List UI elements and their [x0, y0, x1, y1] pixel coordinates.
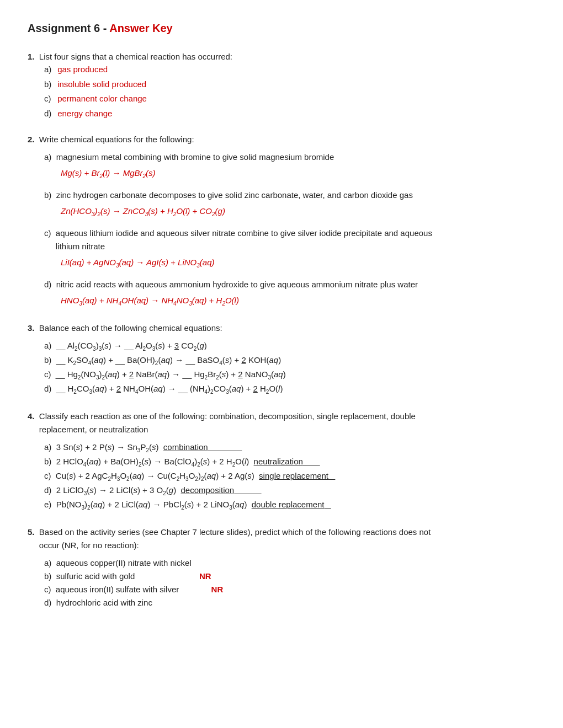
q3-list: a) __ Al2(CO3)3(s) → __ Al2O3(s) + 3 CO2…	[28, 339, 535, 397]
q5a: a) aqueous copper(II) nitrate with nicke…	[44, 556, 535, 570]
q1d-answer: energy change	[57, 109, 112, 118]
q2a-desc: a) magnesium metal combining with bromin…	[44, 151, 535, 164]
q2c-desc: c) aqueous lithium iodide and aqueous si…	[44, 227, 535, 253]
q1a: a) gas produced	[44, 63, 535, 76]
q3d: d) __ H2CO3(aq) + 2 NH4OH(aq) → __ (NH4)…	[44, 382, 535, 397]
q1-list: a) gas produced b) insoluble solid produ…	[28, 63, 535, 120]
q4c: c) Cu(s) + 2 AgC2H3O2(aq) → Cu(C2H3O2)2(…	[44, 469, 535, 484]
q3b: b) __ K2SO4(aq) + __ Ba(OH)2(aq) → __ Ba…	[44, 354, 535, 368]
question-4: 4. Classify each reaction as one of the …	[28, 410, 535, 512]
q2d-block: d) nitric acid reacts with aqueous ammon…	[28, 278, 535, 308]
q2-text: 2. Write chemical equations for the foll…	[28, 133, 535, 146]
q4b: b) 2 HClO4(aq) + Ba(OH)2(s) → Ba(ClO4)2(…	[44, 455, 535, 469]
q1c-answer: permanent color change	[57, 94, 147, 103]
q5c: c) aqueous iron(II) sulfate with silver …	[44, 583, 535, 596]
q3-text: 3. Balance each of the following chemica…	[28, 322, 535, 335]
q1c: c) permanent color change	[44, 93, 535, 105]
q2d-desc: d) nitric acid reacts with aqueous ammon…	[44, 278, 535, 291]
q3c: c) __ Hg2(NO3)2(aq) + 2 NaBr(aq) → __ Hg…	[44, 368, 535, 382]
q1b-answer: insoluble solid produced	[57, 79, 146, 89]
q5d: d) hydrochloric acid with zinc	[44, 596, 535, 609]
question-2: 2. Write chemical equations for the foll…	[28, 133, 535, 308]
q2a-equation: Mg(s) + Br2(l) → MgBr2(s)	[44, 166, 535, 181]
question-5: 5. Based on the activity series (see Cha…	[28, 526, 535, 609]
q2b-block: b) zinc hydrogen carbonate decomposes to…	[28, 189, 535, 219]
q1d: d) energy change	[44, 108, 535, 120]
q5-text: 5. Based on the activity series (see Cha…	[28, 526, 535, 552]
q3a: a) __ Al2(CO3)3(s) → __ Al2O3(s) + 3 CO2…	[44, 339, 535, 354]
q2c-block: c) aqueous lithium iodide and aqueous si…	[28, 227, 535, 270]
q4-list: a) 3 Sn(s) + 2 P(s) → Sn3P2(s) combinati…	[28, 441, 535, 512]
q2c-equation: LiI(aq) + AgNO3(aq) → AgI(s) + LiNO3(aq)	[44, 255, 535, 270]
q4-text: 4. Classify each reaction as one of the …	[28, 410, 535, 436]
question-3: 3. Balance each of the following chemica…	[28, 322, 535, 397]
q4a: a) 3 Sn(s) + 2 P(s) → Sn3P2(s) combinati…	[44, 441, 535, 455]
q2a-block: a) magnesium metal combining with bromin…	[28, 151, 535, 181]
question-1: 1. List four signs that a chemical react…	[28, 50, 535, 120]
q2b-equation: Zn(HCO3)2(s) → ZnCO3(s) + H2O(l) + CO2(g…	[44, 204, 535, 219]
q4d: d) 2 LiClO3(s) → 2 LiCl(s) + 3 O2(g) dec…	[44, 484, 535, 498]
q5-list: a) aqueous copper(II) nitrate with nicke…	[28, 556, 535, 609]
q5b: b) sulfuric acid with gold NR	[44, 570, 535, 583]
q1b: b) insoluble solid produced	[44, 78, 535, 91]
q2b-desc: b) zinc hydrogen carbonate decomposes to…	[44, 189, 535, 202]
q1a-answer: gas produced	[57, 65, 108, 74]
page-title: Assignment 6 - Answer Key	[28, 22, 535, 35]
q4e: e) Pb(NO3)2(aq) + 2 LiCl(aq) → PbCl2(s) …	[44, 498, 535, 512]
q2d-equation: HNO3(aq) + NH4OH(aq) → NH4NO3(aq) + H2O(…	[44, 293, 535, 308]
q1-text: 1. List four signs that a chemical react…	[28, 50, 535, 63]
